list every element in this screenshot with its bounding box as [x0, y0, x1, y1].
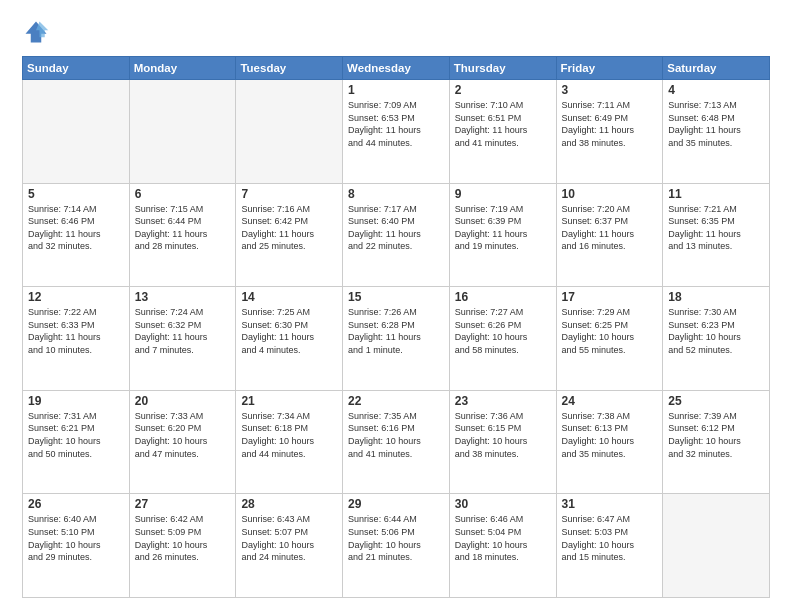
- calendar-cell: [663, 494, 770, 598]
- calendar-cell: 26Sunrise: 6:40 AM Sunset: 5:10 PM Dayli…: [23, 494, 130, 598]
- day-number: 27: [135, 497, 231, 511]
- day-info: Sunrise: 7:16 AM Sunset: 6:42 PM Dayligh…: [241, 203, 337, 253]
- calendar-cell: 20Sunrise: 7:33 AM Sunset: 6:20 PM Dayli…: [129, 390, 236, 494]
- day-number: 30: [455, 497, 551, 511]
- logo: [22, 18, 54, 46]
- day-number: 4: [668, 83, 764, 97]
- day-number: 15: [348, 290, 444, 304]
- calendar-cell: 9Sunrise: 7:19 AM Sunset: 6:39 PM Daylig…: [449, 183, 556, 287]
- day-number: 14: [241, 290, 337, 304]
- weekday-header-row: SundayMondayTuesdayWednesdayThursdayFrid…: [23, 57, 770, 80]
- day-info: Sunrise: 7:31 AM Sunset: 6:21 PM Dayligh…: [28, 410, 124, 460]
- day-number: 31: [562, 497, 658, 511]
- page: SundayMondayTuesdayWednesdayThursdayFrid…: [0, 0, 792, 612]
- day-info: Sunrise: 7:26 AM Sunset: 6:28 PM Dayligh…: [348, 306, 444, 356]
- weekday-header-tuesday: Tuesday: [236, 57, 343, 80]
- day-number: 18: [668, 290, 764, 304]
- day-info: Sunrise: 7:36 AM Sunset: 6:15 PM Dayligh…: [455, 410, 551, 460]
- day-number: 13: [135, 290, 231, 304]
- day-info: Sunrise: 7:13 AM Sunset: 6:48 PM Dayligh…: [668, 99, 764, 149]
- day-info: Sunrise: 7:33 AM Sunset: 6:20 PM Dayligh…: [135, 410, 231, 460]
- day-info: Sunrise: 7:21 AM Sunset: 6:35 PM Dayligh…: [668, 203, 764, 253]
- day-number: 12: [28, 290, 124, 304]
- calendar-cell: 4Sunrise: 7:13 AM Sunset: 6:48 PM Daylig…: [663, 80, 770, 184]
- calendar-cell: 19Sunrise: 7:31 AM Sunset: 6:21 PM Dayli…: [23, 390, 130, 494]
- day-info: Sunrise: 7:17 AM Sunset: 6:40 PM Dayligh…: [348, 203, 444, 253]
- day-number: 20: [135, 394, 231, 408]
- calendar-cell: 5Sunrise: 7:14 AM Sunset: 6:46 PM Daylig…: [23, 183, 130, 287]
- calendar-cell: [129, 80, 236, 184]
- calendar-cell: 12Sunrise: 7:22 AM Sunset: 6:33 PM Dayli…: [23, 287, 130, 391]
- weekday-header-sunday: Sunday: [23, 57, 130, 80]
- week-row-3: 12Sunrise: 7:22 AM Sunset: 6:33 PM Dayli…: [23, 287, 770, 391]
- calendar-cell: 11Sunrise: 7:21 AM Sunset: 6:35 PM Dayli…: [663, 183, 770, 287]
- day-info: Sunrise: 7:38 AM Sunset: 6:13 PM Dayligh…: [562, 410, 658, 460]
- day-number: 19: [28, 394, 124, 408]
- day-number: 21: [241, 394, 337, 408]
- calendar-cell: 27Sunrise: 6:42 AM Sunset: 5:09 PM Dayli…: [129, 494, 236, 598]
- calendar-cell: 15Sunrise: 7:26 AM Sunset: 6:28 PM Dayli…: [343, 287, 450, 391]
- calendar-cell: 23Sunrise: 7:36 AM Sunset: 6:15 PM Dayli…: [449, 390, 556, 494]
- day-info: Sunrise: 7:25 AM Sunset: 6:30 PM Dayligh…: [241, 306, 337, 356]
- day-number: 8: [348, 187, 444, 201]
- day-info: Sunrise: 7:35 AM Sunset: 6:16 PM Dayligh…: [348, 410, 444, 460]
- day-info: Sunrise: 6:40 AM Sunset: 5:10 PM Dayligh…: [28, 513, 124, 563]
- calendar-cell: 28Sunrise: 6:43 AM Sunset: 5:07 PM Dayli…: [236, 494, 343, 598]
- day-info: Sunrise: 7:22 AM Sunset: 6:33 PM Dayligh…: [28, 306, 124, 356]
- day-number: 3: [562, 83, 658, 97]
- day-number: 26: [28, 497, 124, 511]
- weekday-header-thursday: Thursday: [449, 57, 556, 80]
- calendar-cell: 2Sunrise: 7:10 AM Sunset: 6:51 PM Daylig…: [449, 80, 556, 184]
- day-info: Sunrise: 6:42 AM Sunset: 5:09 PM Dayligh…: [135, 513, 231, 563]
- calendar-cell: 30Sunrise: 6:46 AM Sunset: 5:04 PM Dayli…: [449, 494, 556, 598]
- day-number: 1: [348, 83, 444, 97]
- day-info: Sunrise: 7:30 AM Sunset: 6:23 PM Dayligh…: [668, 306, 764, 356]
- week-row-2: 5Sunrise: 7:14 AM Sunset: 6:46 PM Daylig…: [23, 183, 770, 287]
- calendar-cell: 16Sunrise: 7:27 AM Sunset: 6:26 PM Dayli…: [449, 287, 556, 391]
- calendar-cell: 29Sunrise: 6:44 AM Sunset: 5:06 PM Dayli…: [343, 494, 450, 598]
- calendar-cell: 8Sunrise: 7:17 AM Sunset: 6:40 PM Daylig…: [343, 183, 450, 287]
- day-info: Sunrise: 6:43 AM Sunset: 5:07 PM Dayligh…: [241, 513, 337, 563]
- calendar-cell: 25Sunrise: 7:39 AM Sunset: 6:12 PM Dayli…: [663, 390, 770, 494]
- weekday-header-friday: Friday: [556, 57, 663, 80]
- day-info: Sunrise: 6:44 AM Sunset: 5:06 PM Dayligh…: [348, 513, 444, 563]
- week-row-5: 26Sunrise: 6:40 AM Sunset: 5:10 PM Dayli…: [23, 494, 770, 598]
- day-number: 24: [562, 394, 658, 408]
- calendar-cell: 21Sunrise: 7:34 AM Sunset: 6:18 PM Dayli…: [236, 390, 343, 494]
- day-number: 7: [241, 187, 337, 201]
- calendar-cell: 1Sunrise: 7:09 AM Sunset: 6:53 PM Daylig…: [343, 80, 450, 184]
- week-row-4: 19Sunrise: 7:31 AM Sunset: 6:21 PM Dayli…: [23, 390, 770, 494]
- day-info: Sunrise: 7:11 AM Sunset: 6:49 PM Dayligh…: [562, 99, 658, 149]
- weekday-header-wednesday: Wednesday: [343, 57, 450, 80]
- day-info: Sunrise: 7:24 AM Sunset: 6:32 PM Dayligh…: [135, 306, 231, 356]
- logo-icon: [22, 18, 50, 46]
- calendar-cell: [236, 80, 343, 184]
- day-info: Sunrise: 6:46 AM Sunset: 5:04 PM Dayligh…: [455, 513, 551, 563]
- calendar-table: SundayMondayTuesdayWednesdayThursdayFrid…: [22, 56, 770, 598]
- day-info: Sunrise: 7:39 AM Sunset: 6:12 PM Dayligh…: [668, 410, 764, 460]
- day-number: 28: [241, 497, 337, 511]
- calendar-cell: 24Sunrise: 7:38 AM Sunset: 6:13 PM Dayli…: [556, 390, 663, 494]
- calendar-cell: 17Sunrise: 7:29 AM Sunset: 6:25 PM Dayli…: [556, 287, 663, 391]
- day-number: 17: [562, 290, 658, 304]
- weekday-header-monday: Monday: [129, 57, 236, 80]
- header: [22, 18, 770, 46]
- day-info: Sunrise: 7:10 AM Sunset: 6:51 PM Dayligh…: [455, 99, 551, 149]
- weekday-header-saturday: Saturday: [663, 57, 770, 80]
- day-info: Sunrise: 7:14 AM Sunset: 6:46 PM Dayligh…: [28, 203, 124, 253]
- calendar-cell: 10Sunrise: 7:20 AM Sunset: 6:37 PM Dayli…: [556, 183, 663, 287]
- day-number: 16: [455, 290, 551, 304]
- calendar-cell: 22Sunrise: 7:35 AM Sunset: 6:16 PM Dayli…: [343, 390, 450, 494]
- calendar-cell: 7Sunrise: 7:16 AM Sunset: 6:42 PM Daylig…: [236, 183, 343, 287]
- day-number: 10: [562, 187, 658, 201]
- calendar-cell: 13Sunrise: 7:24 AM Sunset: 6:32 PM Dayli…: [129, 287, 236, 391]
- day-number: 11: [668, 187, 764, 201]
- day-info: Sunrise: 7:27 AM Sunset: 6:26 PM Dayligh…: [455, 306, 551, 356]
- day-number: 25: [668, 394, 764, 408]
- day-number: 29: [348, 497, 444, 511]
- day-info: Sunrise: 7:15 AM Sunset: 6:44 PM Dayligh…: [135, 203, 231, 253]
- calendar-cell: [23, 80, 130, 184]
- day-number: 23: [455, 394, 551, 408]
- day-number: 9: [455, 187, 551, 201]
- calendar-cell: 6Sunrise: 7:15 AM Sunset: 6:44 PM Daylig…: [129, 183, 236, 287]
